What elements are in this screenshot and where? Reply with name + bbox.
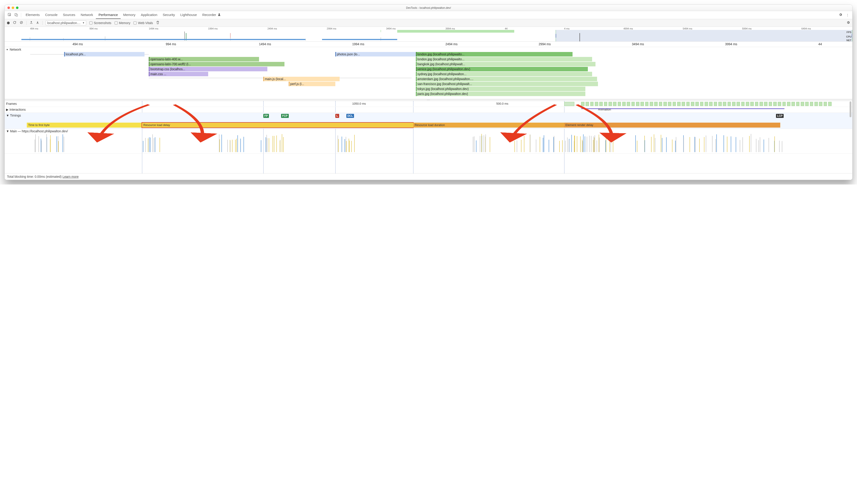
timeline-ruler[interactable]: 494 ms994 ms1494 ms1994 ms2494 ms2994 ms… [5,41,852,47]
overview-viewport[interactable] [556,30,852,41]
ruler-tick: 494 ms [72,42,83,46]
network-request[interactable]: tokyo.jpg (localhost.philipwalton.dev) [416,87,585,91]
ruler-tick: 2494 ms [446,42,457,46]
overview-tick: 1994 ms [208,27,218,30]
frame-duration-1: 1050.0 ms [352,102,366,105]
more-menu-icon[interactable]: ⋮ [845,13,851,17]
frames-label: Frames [6,102,17,105]
interactions-track[interactable]: ▶ Interactions Animation [5,107,852,113]
screenshots-checkbox[interactable]: Screenshots [89,21,112,25]
panel-tabs: ElementsConsoleSourcesNetworkPerformance… [5,11,852,19]
total-blocking-time: Total blocking time: 0.00ms (estimated) [7,175,62,179]
settings-gear-icon[interactable] [837,13,844,17]
tab-security[interactable]: Security [160,11,178,19]
load-profile-button[interactable] [30,21,33,25]
overview-tick: 3494 ms [386,27,396,30]
network-request[interactable]: bangkok.jpg (localhost.philipwalt... [416,62,595,66]
network-request[interactable]: perf.js (l... [289,82,335,86]
overview-tick: 994 ms [89,27,98,30]
disclosure-triangle-icon: ▼ [6,48,8,51]
ruler-tick: 1994 ms [352,42,364,46]
fcp-marker[interactable]: FCP [281,114,289,118]
dcl-marker[interactable]: DCL [346,114,354,118]
animation-bar[interactable] [581,108,785,109]
overview-tick: 4 ms [564,27,570,30]
device-toggle-icon[interactable] [13,13,19,17]
memory-checkbox[interactable]: Memory [115,21,131,25]
tab-sources[interactable]: Sources [60,11,78,19]
frame-duration-2: 500.0 ms [496,102,508,105]
network-request[interactable]: amsterdam.jpg (localhost.philipwalton...… [416,77,597,81]
tab-memory[interactable]: Memory [121,11,138,19]
network-track-header[interactable]: ▼ Network [5,47,852,52]
capture-settings-icon[interactable] [846,21,850,25]
ruler-tick: 3994 ms [725,42,737,46]
lcp-marker[interactable]: LCP [776,114,784,118]
tab-lighthouse[interactable]: Lighthouse [178,11,199,19]
network-request[interactable]: sydney.jpg (localhost.philipwalton... [416,72,592,76]
close-icon[interactable] [7,6,10,9]
tab-network[interactable]: Network [78,11,96,19]
record-button[interactable] [7,22,10,24]
overview-tick: 1494 ms [149,27,158,30]
overview-cpu-label: CPU [846,35,851,38]
network-request[interactable]: san-francisco.jpg (localhost.philipwalt.… [416,82,598,86]
resource-load-delay-segment[interactable]: Resource load delay [142,123,413,128]
vertical-scrollbar[interactable] [850,101,851,173]
network-request[interactable]: opensans-latin-400.w... [149,57,259,62]
network-request[interactable]: london.jpg (localhost.philipwalto... [416,52,573,56]
network-track[interactable]: localhost.phi...opensans-latin-400.w...o… [5,52,852,99]
network-request[interactable]: venice.jpg (localhost.philipwalton.dev) [416,67,588,71]
network-request[interactable]: main.js (local... [263,77,340,81]
fp-marker[interactable]: FP [263,114,269,118]
overview-tick: 2994 ms [327,27,336,30]
window-title: DevTools - localhost.philipwalton.dev/ [406,6,451,10]
overview-fps-label: FPS [847,31,851,34]
network-request[interactable]: bootstrap.css (localhos... [149,67,267,71]
network-request[interactable]: opensans-latin-700.woff2 (l... [149,62,284,66]
overview-tick: 44 [505,27,507,30]
overview-tick: 4994 ms [623,27,633,30]
clear-button[interactable] [20,21,23,25]
network-request[interactable]: photos.json (lo... [335,52,416,56]
network-request[interactable]: london.jpg (localhost.philipwalto... [416,57,592,62]
tab-console[interactable]: Console [43,11,60,19]
overview-tick: 6494 ms [802,27,811,30]
tab-elements[interactable]: Elements [23,11,43,19]
tab-recorder[interactable]: Recorder [200,11,219,19]
l-marker[interactable]: L [335,114,339,118]
main-track[interactable]: ▼ Main — https://localhost.philipwalton.… [5,129,852,154]
learn-more-link[interactable]: Learn more [63,175,79,179]
save-profile-button[interactable] [36,21,39,25]
ruler-tick: 1494 ms [259,42,271,46]
tab-performance[interactable]: Performance [96,11,121,19]
network-request[interactable]: paris.jpg (localhost.philipwalton.dev) [416,91,585,96]
ttfb-segment[interactable]: Time to first byte [27,123,142,128]
recorder-flask-icon [218,13,221,17]
profile-selector-value: localhost.philipwalton.... [47,21,81,25]
timings-track[interactable]: ▼ Timings FP FCP L DCL LCP Time to first… [5,113,852,129]
trash-icon[interactable] [156,21,159,25]
minimize-icon[interactable] [12,6,14,9]
devtools-window: DevTools - localhost.philipwalton.dev/ E… [4,4,853,180]
reload-record-button[interactable] [13,21,16,25]
tab-application[interactable]: Application [138,11,160,19]
web-vitals-checkbox[interactable]: Web Vitals [133,21,153,25]
overview-tick: 5994 ms [742,27,752,30]
network-request[interactable]: main.css ... [149,72,208,76]
network-request[interactable]: localhost.phi... [64,52,145,56]
overview-tick: 2494 ms [267,27,277,30]
ruler-tick: 3494 ms [632,42,644,46]
inspect-icon[interactable] [6,13,12,17]
ruler-tick: 2994 ms [539,42,551,46]
overview-net-label: NET [846,39,851,41]
frames-track[interactable]: Frames 1050.0 ms 500.0 ms [5,101,852,107]
titlebar[interactable]: DevTools - localhost.philipwalton.dev/ [5,5,852,11]
element-render-delay-segment[interactable]: Element render delay [564,123,780,128]
overview-minimap[interactable]: 494 ms994 ms1494 ms1994 ms2494 ms2994 ms… [5,27,852,41]
resource-load-duration-segment[interactable]: Resource load duration [413,123,564,128]
svg-rect-2 [16,14,18,16]
horizontal-resizer[interactable] [5,99,852,101]
profile-selector[interactable]: localhost.philipwalton.... ▼ [46,20,86,26]
maximize-icon[interactable] [16,6,18,9]
